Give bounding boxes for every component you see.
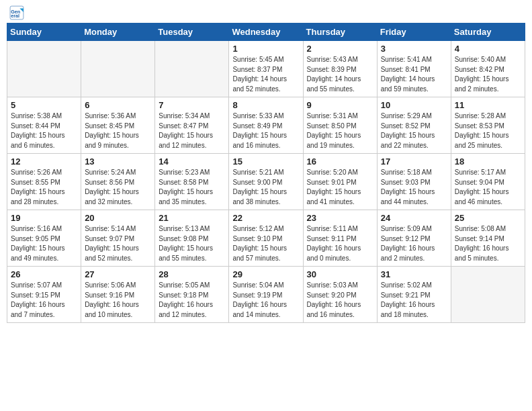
day-cell: 29Sunrise: 5:04 AM Sunset: 9:19 PM Dayli… <box>229 267 303 323</box>
day-cell: 16Sunrise: 5:20 AM Sunset: 9:01 PM Dayli… <box>303 154 377 210</box>
day-info: Sunrise: 5:11 AM Sunset: 9:11 PM Dayligh… <box>307 224 373 263</box>
day-number: 6 <box>85 100 151 110</box>
day-info: Sunrise: 5:20 AM Sunset: 9:01 PM Dayligh… <box>307 168 373 207</box>
weekday-header-wednesday: Wednesday <box>229 24 303 41</box>
day-number: 18 <box>455 156 521 167</box>
day-cell: 4Sunrise: 5:40 AM Sunset: 8:42 PM Daylig… <box>451 41 525 97</box>
week-row-4: 19Sunrise: 5:16 AM Sunset: 9:05 PM Dayli… <box>7 210 525 267</box>
day-cell <box>451 267 525 323</box>
day-cell: 25Sunrise: 5:08 AM Sunset: 9:14 PM Dayli… <box>451 210 525 267</box>
svg-text:eral: eral <box>11 13 19 19</box>
day-number: 12 <box>11 156 77 167</box>
day-cell: 24Sunrise: 5:09 AM Sunset: 9:12 PM Dayli… <box>377 210 451 267</box>
day-number: 1 <box>232 44 299 54</box>
logo: Gen eral <box>9 7 26 20</box>
day-info: Sunrise: 5:05 AM Sunset: 9:18 PM Dayligh… <box>159 281 225 320</box>
weekday-header-friday: Friday <box>377 24 451 41</box>
day-number: 8 <box>232 100 299 110</box>
day-cell: 12Sunrise: 5:26 AM Sunset: 8:55 PM Dayli… <box>7 154 81 210</box>
day-info: Sunrise: 5:07 AM Sunset: 9:15 PM Dayligh… <box>11 281 77 320</box>
day-info: Sunrise: 5:24 AM Sunset: 8:56 PM Dayligh… <box>85 168 151 207</box>
week-row-1: 1Sunrise: 5:45 AM Sunset: 8:37 PM Daylig… <box>7 41 525 97</box>
day-number: 28 <box>159 269 225 279</box>
day-number: 14 <box>159 156 225 167</box>
day-info: Sunrise: 5:16 AM Sunset: 9:05 PM Dayligh… <box>11 224 77 263</box>
day-info: Sunrise: 5:31 AM Sunset: 8:50 PM Dayligh… <box>307 111 373 150</box>
weekday-header-saturday: Saturday <box>451 24 525 41</box>
week-row-3: 12Sunrise: 5:26 AM Sunset: 8:55 PM Dayli… <box>7 154 525 210</box>
day-cell: 22Sunrise: 5:12 AM Sunset: 9:10 PM Dayli… <box>229 210 303 267</box>
day-cell: 26Sunrise: 5:07 AM Sunset: 9:15 PM Dayli… <box>7 267 81 323</box>
weekday-header-monday: Monday <box>81 24 155 41</box>
day-cell: 20Sunrise: 5:14 AM Sunset: 9:07 PM Dayli… <box>81 210 155 267</box>
day-info: Sunrise: 5:45 AM Sunset: 8:37 PM Dayligh… <box>232 55 299 94</box>
day-info: Sunrise: 5:28 AM Sunset: 8:53 PM Dayligh… <box>455 111 521 150</box>
day-number: 15 <box>232 156 299 167</box>
weekday-header-tuesday: Tuesday <box>155 24 229 41</box>
weekday-header-row: SundayMondayTuesdayWednesdayThursdayFrid… <box>7 24 525 41</box>
day-cell: 19Sunrise: 5:16 AM Sunset: 9:05 PM Dayli… <box>7 210 81 267</box>
day-number: 20 <box>85 213 151 223</box>
calendar-table: SundayMondayTuesdayWednesdayThursdayFrid… <box>7 23 525 323</box>
week-row-5: 26Sunrise: 5:07 AM Sunset: 9:15 PM Dayli… <box>7 267 525 323</box>
day-info: Sunrise: 5:02 AM Sunset: 9:21 PM Dayligh… <box>381 281 447 320</box>
day-info: Sunrise: 5:04 AM Sunset: 9:19 PM Dayligh… <box>232 281 299 320</box>
day-number: 25 <box>455 213 521 223</box>
day-cell: 3Sunrise: 5:41 AM Sunset: 8:41 PM Daylig… <box>377 41 451 97</box>
day-cell: 31Sunrise: 5:02 AM Sunset: 9:21 PM Dayli… <box>377 267 451 323</box>
day-cell: 14Sunrise: 5:23 AM Sunset: 8:58 PM Dayli… <box>155 154 229 210</box>
weekday-header-thursday: Thursday <box>303 24 377 41</box>
day-info: Sunrise: 5:43 AM Sunset: 8:39 PM Dayligh… <box>307 55 373 94</box>
day-cell: 6Sunrise: 5:36 AM Sunset: 8:45 PM Daylig… <box>81 97 155 154</box>
day-info: Sunrise: 5:23 AM Sunset: 8:58 PM Dayligh… <box>159 168 225 207</box>
day-cell: 27Sunrise: 5:06 AM Sunset: 9:16 PM Dayli… <box>81 267 155 323</box>
day-info: Sunrise: 5:26 AM Sunset: 8:55 PM Dayligh… <box>11 168 77 207</box>
day-number: 21 <box>159 213 225 223</box>
day-number: 5 <box>11 100 77 110</box>
day-cell: 23Sunrise: 5:11 AM Sunset: 9:11 PM Dayli… <box>303 210 377 267</box>
day-cell <box>7 41 81 97</box>
day-cell: 11Sunrise: 5:28 AM Sunset: 8:53 PM Dayli… <box>451 97 525 154</box>
day-number: 31 <box>381 269 447 279</box>
day-cell: 5Sunrise: 5:38 AM Sunset: 8:44 PM Daylig… <box>7 97 81 154</box>
day-number: 7 <box>159 100 225 110</box>
day-cell: 10Sunrise: 5:29 AM Sunset: 8:52 PM Dayli… <box>377 97 451 154</box>
day-number: 17 <box>381 156 447 167</box>
day-number: 2 <box>307 44 373 54</box>
day-cell <box>155 41 229 97</box>
day-cell: 8Sunrise: 5:33 AM Sunset: 8:49 PM Daylig… <box>229 97 303 154</box>
day-cell: 13Sunrise: 5:24 AM Sunset: 8:56 PM Dayli… <box>81 154 155 210</box>
logo-icon: Gen eral <box>9 5 24 20</box>
day-number: 3 <box>381 44 447 54</box>
day-cell: 7Sunrise: 5:34 AM Sunset: 8:47 PM Daylig… <box>155 97 229 154</box>
day-number: 22 <box>232 213 299 223</box>
day-cell: 18Sunrise: 5:17 AM Sunset: 9:04 PM Dayli… <box>451 154 525 210</box>
day-info: Sunrise: 5:17 AM Sunset: 9:04 PM Dayligh… <box>455 168 521 207</box>
day-number: 30 <box>307 269 373 279</box>
day-info: Sunrise: 5:06 AM Sunset: 9:16 PM Dayligh… <box>85 281 151 320</box>
page-header: Gen eral <box>7 7 525 20</box>
day-cell: 2Sunrise: 5:43 AM Sunset: 8:39 PM Daylig… <box>303 41 377 97</box>
day-number: 27 <box>85 269 151 279</box>
day-cell: 28Sunrise: 5:05 AM Sunset: 9:18 PM Dayli… <box>155 267 229 323</box>
day-info: Sunrise: 5:09 AM Sunset: 9:12 PM Dayligh… <box>381 224 447 263</box>
day-cell: 15Sunrise: 5:21 AM Sunset: 9:00 PM Dayli… <box>229 154 303 210</box>
weekday-header-sunday: Sunday <box>7 24 81 41</box>
day-number: 24 <box>381 213 447 223</box>
day-cell: 21Sunrise: 5:13 AM Sunset: 9:08 PM Dayli… <box>155 210 229 267</box>
day-info: Sunrise: 5:36 AM Sunset: 8:45 PM Dayligh… <box>85 111 151 150</box>
day-info: Sunrise: 5:34 AM Sunset: 8:47 PM Dayligh… <box>159 111 225 150</box>
day-number: 26 <box>11 269 77 279</box>
day-info: Sunrise: 5:13 AM Sunset: 9:08 PM Dayligh… <box>159 224 225 263</box>
day-cell: 17Sunrise: 5:18 AM Sunset: 9:03 PM Dayli… <box>377 154 451 210</box>
day-cell: 1Sunrise: 5:45 AM Sunset: 8:37 PM Daylig… <box>229 41 303 97</box>
day-info: Sunrise: 5:38 AM Sunset: 8:44 PM Dayligh… <box>11 111 77 150</box>
day-cell: 9Sunrise: 5:31 AM Sunset: 8:50 PM Daylig… <box>303 97 377 154</box>
week-row-2: 5Sunrise: 5:38 AM Sunset: 8:44 PM Daylig… <box>7 97 525 154</box>
day-number: 29 <box>232 269 299 279</box>
day-number: 16 <box>307 156 373 167</box>
day-cell <box>81 41 155 97</box>
day-info: Sunrise: 5:40 AM Sunset: 8:42 PM Dayligh… <box>455 55 521 94</box>
day-info: Sunrise: 5:12 AM Sunset: 9:10 PM Dayligh… <box>232 224 299 263</box>
day-number: 19 <box>11 213 77 223</box>
